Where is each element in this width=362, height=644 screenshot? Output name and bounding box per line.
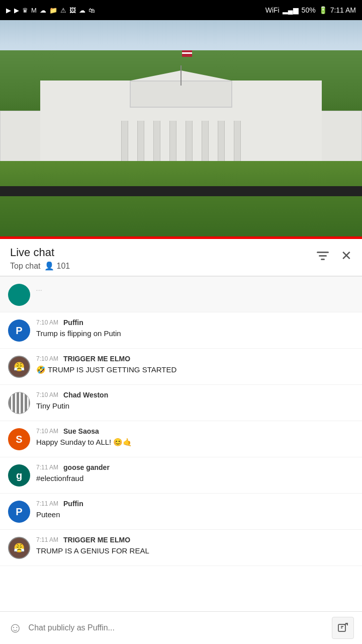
- message-time: 7:10 AM: [36, 319, 58, 326]
- battery-percent: 50%: [302, 6, 316, 14]
- avatar: S: [8, 428, 30, 450]
- list-item: 😤 7:10 AM TRIGGER ME ELMO 🤣 TRUMP IS JUS…: [0, 349, 362, 385]
- emoji-button[interactable]: ☺: [8, 620, 23, 636]
- wifi-icon: WiFi: [265, 6, 280, 14]
- youtube2-icon: ▶: [14, 7, 19, 14]
- svg-line-3: [344, 623, 347, 625]
- message-text: TRUMP IS A GENIUS FOR REAL: [36, 545, 354, 556]
- send-button[interactable]: [332, 617, 354, 639]
- viewer-count-number: 101: [56, 262, 70, 271]
- cloud2-icon: ☁: [79, 7, 85, 14]
- avatar: [8, 284, 30, 306]
- avatar: [8, 392, 30, 414]
- folder-icon: 📁: [49, 7, 57, 14]
- message-body: 7:10 AM Chad Weston Tiny Putin: [36, 391, 354, 411]
- message-meta: 7:11 AM TRIGGER ME ELMO: [36, 536, 354, 544]
- message-username: Puffin: [63, 500, 83, 508]
- message-meta: 7:10 AM TRIGGER ME ELMO: [36, 355, 354, 363]
- status-bar: ▶ ▶ ♛ M ☁ 📁 ⚠ 🖼 ☁ 🛍 WiFi ▂▄▆ 50% 🔋 7:11 …: [0, 0, 362, 20]
- time-display: 7:11 AM: [330, 6, 356, 14]
- viewer-count: 👤 101: [44, 261, 70, 271]
- message-body: 7:11 AM Puffin Puteen: [36, 500, 354, 520]
- crown-icon: ♛: [22, 7, 28, 14]
- filter-button[interactable]: [317, 252, 329, 260]
- message-body: 7:10 AM Puffin Trump is flipping on Puti…: [36, 318, 354, 339]
- list-item: S 7:10 AM Sue Saosa Happy Sunday to ALL!…: [0, 421, 362, 457]
- chat-input[interactable]: [29, 623, 326, 632]
- signal-icon: ▂▄▆: [283, 6, 299, 14]
- message-text: Tiny Putin: [36, 400, 354, 411]
- live-chat-header: Live chat Top chat 👤 101 ✕: [0, 239, 362, 276]
- avatar: g: [8, 464, 30, 487]
- emoji-icon: ☺: [8, 620, 23, 635]
- close-button[interactable]: ✕: [341, 248, 352, 264]
- message-meta: 7:10 AM Puffin: [36, 318, 354, 327]
- viewer-icon: 👤: [44, 261, 54, 271]
- list-item: P 7:10 AM Puffin Trump is flipping on Pu…: [0, 312, 362, 349]
- message-body: 7:11 AM goose gander #electionfraud: [36, 463, 354, 484]
- avatar: 😤: [8, 537, 30, 559]
- image-icon: 🖼: [69, 7, 76, 14]
- avatar: P: [8, 319, 30, 342]
- message-text: Happy Sunday to ALL! 😊🤙: [36, 437, 354, 447]
- flag-pole: [180, 65, 182, 86]
- youtube-icon: ▶: [6, 7, 11, 14]
- warning-icon: ⚠: [60, 7, 66, 14]
- message-time: 7:11 AM: [36, 464, 58, 471]
- message-text: Puteen: [36, 509, 354, 520]
- message-time: 7:10 AM: [36, 428, 58, 435]
- wh-main-building: [40, 80, 322, 171]
- message-body: 7:10 AM Sue Saosa Happy Sunday to ALL! 😊…: [36, 427, 354, 447]
- avatar: 😤: [8, 356, 30, 378]
- list-item: P 7:11 AM Puffin Puteen: [0, 494, 362, 530]
- message-time: 7:10 AM: [36, 355, 58, 362]
- live-chat-title: Live chat: [10, 246, 70, 259]
- message-time: 7:10 AM: [36, 391, 58, 398]
- m-icon: M: [31, 7, 37, 14]
- message-time: 7:11 AM: [36, 500, 58, 507]
- message-meta: 7:11 AM goose gander: [36, 463, 354, 471]
- whitehouse-building: [0, 60, 362, 171]
- chat-list: ... P 7:10 AM Puffin Trump is flipping o…: [0, 276, 362, 566]
- message-username: goose gander: [63, 463, 110, 471]
- message-username: Puffin: [63, 318, 83, 327]
- list-item: 7:10 AM Chad Weston Tiny Putin: [0, 385, 362, 421]
- message-body: 7:11 AM TRIGGER ME ELMO TRUMP IS A GENIU…: [36, 536, 354, 556]
- chat-input-bar: ☺: [0, 611, 362, 644]
- cloud-icon: ☁: [40, 7, 46, 14]
- message-body: 7:10 AM TRIGGER ME ELMO 🤣 TRUMP IS JUST …: [36, 355, 354, 375]
- message-text: Trump is flipping on Putin: [36, 328, 354, 339]
- list-item: g 7:11 AM goose gander #electionfraud: [0, 457, 362, 494]
- top-chat-label[interactable]: Top chat: [10, 262, 40, 271]
- battery-icon: 🔋: [319, 6, 327, 14]
- message-meta: 7:11 AM Puffin: [36, 500, 354, 508]
- status-notifications: ▶ ▶ ♛ M ☁ 📁 ⚠ 🖼 ☁ 🛍: [6, 7, 95, 14]
- list-item: ...: [0, 276, 362, 312]
- chat-header-info: Live chat Top chat 👤 101: [10, 246, 70, 271]
- chat-messages-container: ... P 7:10 AM Puffin Trump is flipping o…: [0, 276, 362, 601]
- flag: [182, 50, 192, 57]
- hero-lawn: [0, 161, 362, 236]
- message-username: Chad Weston: [63, 391, 108, 399]
- message-username: Sue Saosa: [63, 427, 99, 435]
- message-text: ...: [36, 283, 354, 293]
- message-username: TRIGGER ME ELMO: [63, 355, 130, 363]
- list-item: 😤 7:11 AM TRIGGER ME ELMO TRUMP IS A GEN…: [0, 530, 362, 566]
- hero-fence: [0, 186, 362, 196]
- filter-icon: [317, 252, 329, 260]
- chat-header-actions: ✕: [317, 246, 352, 264]
- avatar: P: [8, 501, 30, 523]
- bag-icon: 🛍: [88, 7, 95, 14]
- message-username: TRIGGER ME ELMO: [63, 536, 130, 544]
- send-icon: [337, 622, 349, 634]
- message-time: 7:11 AM: [36, 536, 58, 543]
- message-meta: 7:10 AM Sue Saosa: [36, 427, 354, 435]
- message-body: ...: [36, 283, 354, 293]
- message-meta: 7:10 AM Chad Weston: [36, 391, 354, 399]
- status-indicators: WiFi ▂▄▆ 50% 🔋 7:11 AM: [265, 6, 356, 14]
- chat-subheader: Top chat 👤 101: [10, 261, 70, 271]
- hero-video-thumbnail[interactable]: [0, 20, 362, 236]
- message-text: 🤣 TRUMP IS JUST GETTING STARTED: [36, 364, 354, 375]
- message-text: #electionfraud: [36, 473, 354, 484]
